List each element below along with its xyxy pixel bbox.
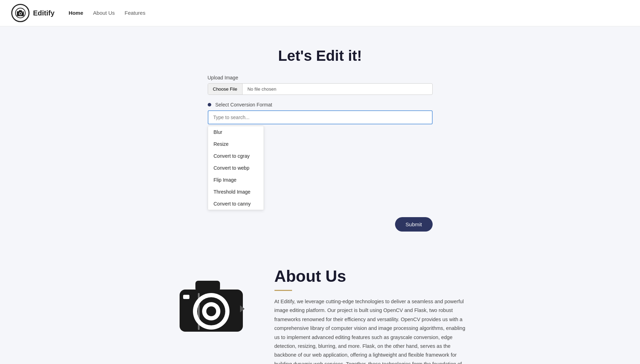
nav-link-about[interactable]: About Us (93, 10, 115, 16)
hero-title: Let's Edit it! (7, 47, 633, 64)
no-file-text: No file chosen (243, 84, 432, 95)
submit-row: Submit (208, 217, 433, 232)
conversion-dropdown: Blur Resize Convert to cgray Convert to … (208, 126, 264, 210)
search-input[interactable] (208, 110, 433, 124)
dropdown-item-webp[interactable]: Convert to webp (208, 162, 264, 174)
camera-illustration-icon (173, 267, 250, 337)
svg-point-4 (20, 13, 21, 15)
nav-item-about[interactable]: About Us (93, 10, 115, 16)
camera-icon-wrapper (169, 267, 253, 337)
dot-left-icon (208, 103, 211, 106)
svg-rect-7 (195, 281, 220, 291)
file-input-row: Choose File No file chosen (208, 83, 433, 95)
svg-rect-12 (183, 295, 189, 299)
conversion-label: Select Conversion Format (208, 102, 433, 108)
svg-point-11 (206, 306, 216, 316)
about-body: At Editify, we leverage cutting-edge tec… (274, 297, 471, 364)
submit-button[interactable]: Submit (395, 217, 433, 232)
dropdown-item-threshold[interactable]: Threshold Image (208, 186, 264, 198)
dropdown-item-cgray[interactable]: Convert to cgray (208, 150, 264, 162)
nav-item-features[interactable]: Features (125, 10, 146, 16)
about-text: About Us At Editify, we leverage cutting… (274, 267, 471, 364)
nav-logo: Editify (11, 4, 54, 22)
upload-label: Upload Image (208, 75, 433, 80)
navbar: Editify Home About Us Features (0, 0, 640, 26)
about-divider (274, 290, 292, 291)
logo-icon (11, 4, 30, 22)
choose-file-button[interactable]: Choose File (208, 84, 243, 95)
about-title: About Us (274, 267, 471, 286)
nav-item-home[interactable]: Home (69, 10, 83, 16)
dropdown-item-flip[interactable]: Flip Image (208, 174, 264, 186)
nav-link-features[interactable]: Features (125, 10, 146, 16)
svg-rect-13 (198, 293, 200, 330)
svg-point-5 (22, 12, 23, 12)
hero-section: Let's Edit it! (0, 26, 640, 75)
dropdown-item-resize[interactable]: Resize (208, 138, 264, 150)
search-input-wrapper (208, 110, 433, 124)
dropdown-item-canny[interactable]: Convert to canny (208, 198, 264, 210)
about-section: About Us At Editify, we leverage cutting… (162, 253, 478, 364)
nav-links: Home About Us Features (69, 10, 146, 16)
nav-link-home[interactable]: Home (69, 10, 83, 16)
conversion-label-text: Select Conversion Format (215, 102, 272, 108)
logo-text: Editify (33, 9, 54, 17)
upload-section: Upload Image Choose File No file chosen … (201, 75, 440, 253)
svg-rect-2 (19, 10, 22, 12)
dropdown-item-blur[interactable]: Blur (208, 126, 264, 138)
